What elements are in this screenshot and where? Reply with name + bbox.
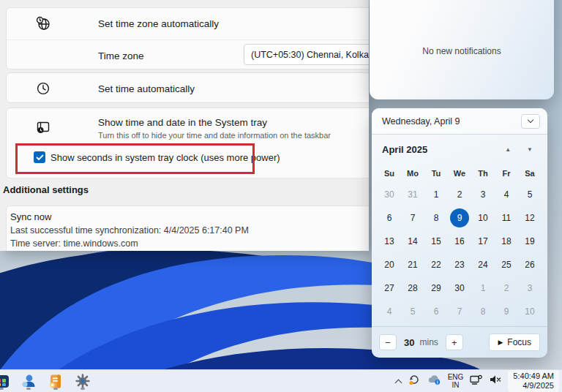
calendar-day[interactable]: 10 — [518, 300, 542, 323]
calendar-day[interactable]: 20 — [378, 253, 401, 276]
calendar-day[interactable]: 1 — [471, 276, 495, 300]
weekday-label: Tu — [424, 164, 448, 183]
calendar-day[interactable]: 11 — [495, 206, 518, 230]
weekday-label: Su — [378, 164, 401, 183]
weekday-label: Sa — [518, 164, 542, 183]
taskbar-settings-gear-icon[interactable] — [74, 372, 91, 391]
weekday-label: Th — [471, 164, 495, 183]
calendar-day[interactable]: 7 — [448, 300, 471, 323]
calendar-day[interactable]: 3 — [518, 276, 542, 300]
language-line2: IN — [452, 381, 460, 389]
language-line1: ENG — [448, 373, 464, 381]
calendar-day[interactable]: 4 — [495, 183, 518, 206]
time-server-text: Time server: time.windows.com — [10, 238, 138, 249]
calendar-day[interactable]: 3 — [471, 183, 495, 206]
annotation-highlight-box — [15, 143, 255, 174]
calendar-day[interactable]: 22 — [424, 253, 448, 276]
calendar-day-selected[interactable]: 9 — [448, 206, 471, 230]
chevron-down-icon — [528, 117, 533, 123]
calendar-day[interactable]: 31 — [401, 183, 424, 206]
tray-overflow-chevron-icon[interactable] — [394, 379, 402, 386]
system-tray: ENG IN 5:40:49 AM 4/9/2025 — [396, 370, 562, 392]
calendar-day[interactable]: 27 — [378, 276, 401, 300]
auto-time-label: Set time automatically — [98, 83, 195, 94]
calendar-day[interactable]: 10 — [471, 206, 495, 230]
calendar-day[interactable]: 8 — [471, 300, 495, 323]
play-icon: ▶ — [498, 339, 503, 346]
auto-time-card[interactable]: Set time automatically — [6, 72, 369, 103]
notification-panel: No new notifications — [370, 0, 554, 99]
timezone-dropdown[interactable]: (UTC+05:30) Chennai, Kolkata, Mu — [244, 44, 369, 65]
calendar-day[interactable]: 21 — [401, 253, 424, 276]
calendar-day[interactable]: 26 — [518, 253, 542, 276]
volume-muted-icon[interactable] — [489, 374, 501, 388]
calendar-day[interactable]: 19 — [518, 230, 542, 253]
calendar-flyout: Wednesday, April 9 April 2025 ▲ ▼ SuMoTu… — [372, 108, 547, 358]
calendar-day[interactable]: 15 — [424, 230, 448, 253]
taskbar-clock[interactable]: 5:40:49 AM 4/9/2025 — [508, 370, 559, 392]
calendar-day[interactable]: 25 — [495, 253, 518, 276]
weekday-label: Mo — [401, 164, 424, 183]
calendar-header: Wednesday, April 9 — [372, 108, 547, 135]
timezone-label: Time zone — [98, 50, 144, 61]
taskbar-app-store-icon[interactable] — [0, 372, 10, 391]
timezone-value: (UTC+05:30) Chennai, Kolkata, Mu — [251, 50, 369, 60]
weekday-label: Fr — [495, 164, 518, 183]
tray-calendar-clock-icon — [36, 120, 50, 135]
calendar-day[interactable]: 4 — [378, 300, 401, 323]
additional-settings-header: Additional settings — [3, 184, 89, 195]
calendar-day[interactable]: 13 — [378, 230, 401, 253]
calendar-day[interactable]: 1 — [424, 183, 448, 206]
calendar-day[interactable]: 7 — [401, 206, 424, 230]
auto-timezone-row[interactable]: Set time zone automatically — [7, 8, 369, 39]
last-sync-text: Last successful time synchronization: 4/… — [10, 225, 249, 235]
focus-button-label: Focus — [507, 337, 531, 347]
calendar-day[interactable]: 30 — [448, 276, 471, 300]
calendar-day[interactable]: 2 — [495, 276, 518, 300]
focus-button[interactable]: ▶ Focus — [489, 333, 540, 351]
calendar-day[interactable]: 28 — [401, 276, 424, 300]
taskbar-notes-icon[interactable] — [47, 372, 64, 391]
calendar-day[interactable]: 6 — [424, 300, 448, 323]
calendar-day[interactable]: 23 — [448, 253, 471, 276]
desktop: Set time zone automatically Time zone (U… — [0, 0, 562, 392]
calendar-day[interactable]: 2 — [448, 183, 471, 206]
tray-date: 4/9/2025 — [513, 381, 554, 391]
calendar-day[interactable]: 6 — [378, 206, 401, 230]
calendar-day[interactable]: 18 — [495, 230, 518, 253]
tray-setting-title: Show time and date in the System tray — [98, 117, 267, 128]
calendar-day[interactable]: 24 — [471, 253, 495, 276]
sync-status-icon[interactable] — [408, 374, 421, 388]
weekday-label: We — [448, 164, 471, 183]
language-indicator[interactable]: ENG IN — [448, 373, 464, 389]
calendar-day[interactable]: 5 — [401, 300, 424, 323]
snooze-unit-label: mins — [419, 337, 438, 347]
network-icon[interactable] — [470, 374, 482, 388]
cloud-status-icon[interactable] — [427, 374, 441, 388]
clock-icon — [36, 81, 50, 96]
snooze-plus-button[interactable]: + — [446, 334, 463, 350]
calendar-day[interactable]: 17 — [471, 230, 495, 253]
calendar-collapse-button[interactable] — [521, 114, 540, 129]
month-up-icon[interactable]: ▲ — [502, 143, 514, 156]
sync-now-label[interactable]: Sync now — [10, 211, 51, 222]
month-down-icon[interactable]: ▼ — [524, 143, 536, 156]
calendar-day[interactable]: 14 — [401, 230, 424, 253]
calendar-day[interactable]: 30 — [378, 183, 401, 206]
tray-setting-subtitle: Turn this off to hide your time and date… — [98, 131, 331, 140]
no-notifications-message: No new notifications — [422, 46, 501, 56]
calendar-day[interactable]: 8 — [424, 206, 448, 230]
calendar-month-label: April 2025 — [382, 144, 502, 155]
snooze-minus-button[interactable]: − — [379, 334, 397, 350]
calendar-day-grid: SuMoTuWeThFrSa30311234567891011121314151… — [372, 164, 547, 323]
calendar-day[interactable]: 9 — [495, 300, 518, 323]
taskbar-people-icon[interactable] — [20, 372, 37, 391]
calendar-day[interactable]: 12 — [518, 206, 542, 230]
calendar-day[interactable]: 29 — [424, 276, 448, 300]
settings-window: Set time zone automatically Time zone (U… — [0, 0, 369, 251]
calendar-day[interactable]: 5 — [518, 183, 542, 206]
calendar-day[interactable]: 16 — [448, 230, 471, 253]
timezone-card: Set time zone automatically Time zone (U… — [6, 7, 369, 69]
taskbar-app-icons — [0, 370, 91, 392]
auto-timezone-label: Set time zone automatically — [98, 18, 219, 29]
